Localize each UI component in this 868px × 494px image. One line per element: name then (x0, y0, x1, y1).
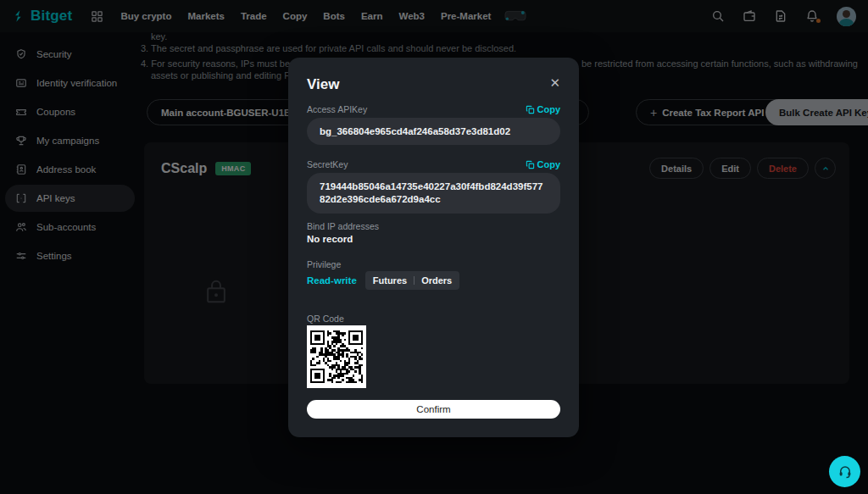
qr-code-label: QR Code (307, 314, 344, 324)
bind-ip-label: Bind IP addresses (307, 221, 379, 231)
copy-access-key-button[interactable]: Copy (526, 104, 561, 114)
modal-title: View (307, 76, 339, 93)
copy-secret-key-button[interactable]: Copy (526, 159, 561, 169)
privilege-orders[interactable]: Orders (421, 275, 452, 286)
confirm-button[interactable]: Confirm (307, 400, 560, 419)
headset-icon (837, 464, 853, 480)
privilege-scope-pill: Futures Orders (365, 271, 459, 290)
copy-icon (526, 105, 535, 114)
secretkey-label: SecretKey (307, 159, 348, 169)
customer-support-button[interactable] (829, 456, 860, 487)
view-api-key-modal: View ✕ Access APIKey Copy bg_366804e965c… (288, 58, 579, 437)
copy-icon (526, 160, 535, 169)
privilege-futures[interactable]: Futures (373, 275, 407, 286)
privilege-label: Privilege (307, 259, 341, 269)
access-apikey-row: Access APIKey Copy (307, 104, 560, 114)
privilege-row: Read-write Futures Orders (307, 271, 459, 290)
bind-ip-value: No record (307, 234, 353, 244)
privilege-read-write[interactable]: Read-write (307, 275, 357, 286)
secretkey-row: SecretKey Copy (307, 159, 560, 169)
divider (414, 276, 415, 285)
access-apikey-label: Access APIKey (307, 104, 367, 114)
secretkey-value[interactable]: 719444b85046a14735e40227a30f4fbd824d39f5… (307, 173, 560, 214)
close-icon[interactable]: ✕ (549, 76, 560, 89)
access-apikey-value[interactable]: bg_366804e965cd4af246a58d37e3d81d02 (307, 118, 560, 145)
qr-code-image (307, 325, 366, 388)
